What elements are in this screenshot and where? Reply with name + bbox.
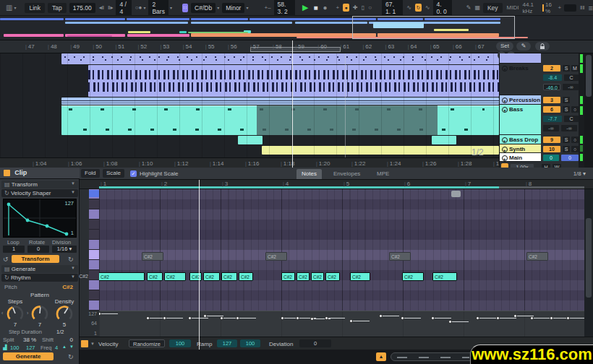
piano-key[interactable] [89,250,99,260]
ramp-from-value[interactable]: 127 [217,339,237,347]
generate-section-header[interactable]: ▤ Generate▼ [1,265,78,273]
solo-button[interactable]: S [563,136,570,143]
draw-mode-button[interactable]: ✎ [516,42,531,51]
velocity-point[interactable] [448,320,452,324]
velocity-point[interactable] [220,316,223,320]
midi-note[interactable]: C#2 [432,272,457,281]
zoom-slider[interactable] [391,352,479,361]
fold-icon[interactable]: ▾ [502,98,508,103]
preview-headphone-icon[interactable] [89,190,99,197]
division-select[interactable]: 1/16 ▾ [52,246,77,253]
lane-caret-icon[interactable]: ▼ [90,342,95,346]
pattern-value[interactable]: 7 [27,321,52,328]
step-duration-value[interactable]: 1/2 [56,329,64,335]
arm-button[interactable]: ○ [571,136,579,143]
piano-key[interactable] [89,220,99,230]
send-b-field[interactable]: -∞ [563,84,579,90]
nudge-down-icon[interactable]: ◂‖ [99,4,104,11]
midi-beat-ruler[interactable]: 12345678 [80,180,593,189]
piano-key[interactable] [89,270,99,280]
ghost-midi-note[interactable]: C#2 [142,252,163,261]
velocity-point[interactable] [476,316,479,320]
ghost-midi-note[interactable]: C#2 [265,252,287,261]
track-header-bass[interactable]: ▾Bass [500,105,541,135]
velocity-point[interactable] [236,316,239,320]
ghost-midi-note[interactable]: C#2 [526,252,548,261]
panel-toggle-icon[interactable]: ▥ [6,4,12,12]
grid-setting[interactable]: 1/8 ▾ [573,170,586,177]
piano-key[interactable] [89,209,99,220]
fold-icon[interactable]: ▾ [502,107,508,113]
grid-mode-icon[interactable]: ▦ [474,4,480,11]
midi-note[interactable]: C#2 [402,272,424,281]
transform-seed-icon[interactable]: ↺ [3,256,9,263]
piano-key[interactable] [89,280,99,290]
loop-switch-icon[interactable]: ↻ [415,4,422,12]
midi-note[interactable]: C#2 [350,272,370,281]
scale-icon[interactable]: ∷ [182,4,188,12]
clip-tab[interactable]: Clip [0,168,80,179]
solo-button[interactable]: S [563,106,570,113]
panel-caret-icon[interactable]: ▾ [14,5,16,10]
shift-value[interactable]: 0 [70,337,73,343]
midi-note[interactable]: C#2 [325,272,340,281]
play-icon[interactable]: ▸ [502,147,508,152]
new-icon[interactable]: + [336,4,339,11]
track-number[interactable]: 9 [543,136,560,143]
track-number[interactable]: 2 [543,65,560,72]
stop-button[interactable]: ■ [313,4,317,12]
midi-note-grid[interactable]: C#2C#2C#2C#2C#2C#2C#2C#2C#2C#2C#2C#2C#2C… [99,189,584,311]
volume-field[interactable]: -8.4 [543,74,562,81]
record-button[interactable]: ● [323,4,327,12]
randomize-value[interactable]: 100 [169,339,191,347]
velocity-low[interactable]: 100 [10,344,20,351]
velocity-point[interactable] [566,316,570,320]
nudge-up-icon[interactable]: ‖▸ [108,4,113,11]
track-header-bass-drop[interactable]: ▸Bass Drop [500,135,541,144]
draw-mode-icon[interactable]: ✎ [466,4,472,11]
transform-refresh-icon[interactable]: ↻ [68,256,74,263]
piano-key[interactable] [89,260,99,270]
piano-key[interactable] [89,199,99,209]
generate-apply-button[interactable]: Generate [3,352,54,360]
midi-scrollbar[interactable] [584,189,593,337]
loop-length-field[interactable]: 4. 0. 0 [433,0,452,17]
velocity-point[interactable] [146,316,150,320]
scale-name-menu[interactable]: Minor [222,3,244,13]
midi-note[interactable]: C#2 [281,272,295,281]
loop-end-handle[interactable] [451,191,461,197]
arrangement-overview[interactable] [0,16,593,40]
midi-note[interactable]: C#2 [189,272,202,281]
scale-button[interactable]: Scale [103,169,124,178]
track-header-percussion[interactable]: ▾Percussion [500,95,541,105]
solo-button[interactable]: S [563,146,570,152]
piano-key[interactable] [89,290,99,300]
follow-icon[interactable]: +‒ [264,4,270,11]
midi-note[interactable]: C#2 [239,272,253,281]
tab-mpe[interactable]: MPE [372,169,394,179]
highlight-scale-checkbox[interactable]: ✓ [130,170,137,177]
clip-loop-bar[interactable] [99,186,499,188]
time-signature-field[interactable]: 4 / 4 [116,0,131,17]
automation-arm-icon[interactable]: ✚ [353,4,358,11]
fold-panel-button[interactable]: ▲ [376,352,386,361]
piano-key-strip[interactable] [89,189,99,311]
midi-note[interactable]: C#2 [99,272,145,281]
track-number[interactable]: 3 [543,97,560,103]
play-icon[interactable]: ▸ [502,137,508,143]
tab-envelopes[interactable]: Envelopes [328,169,365,179]
velocity-point[interactable] [530,316,534,320]
velocity-point[interactable] [496,316,500,320]
piano-key[interactable] [89,230,99,240]
velocity-lane[interactable] [99,311,584,337]
arrangement-position[interactable]: 58. 3. 2 [274,0,295,17]
midi-note[interactable]: C#2 [311,272,324,281]
freq-up-icon[interactable]: ▲ [62,344,67,349]
overview-view-box[interactable] [352,16,515,39]
midi-note[interactable]: C#2 [203,272,220,281]
deviation-value[interactable]: 0 [299,339,331,347]
arm-button[interactable]: M [571,65,579,72]
track-header-breaks[interactable]: ▾Breaks [500,64,541,95]
track-number[interactable]: 10 [543,146,560,152]
velocity-point[interactable] [401,316,404,320]
